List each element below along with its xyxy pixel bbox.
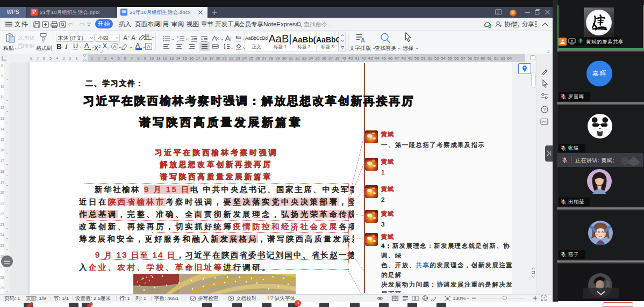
svg-text:?: ? [543,107,546,112]
svg-text:A: A [361,37,365,43]
svg-text:2: 2 [177,39,178,42]
svg-text:1: 1 [177,35,178,39]
